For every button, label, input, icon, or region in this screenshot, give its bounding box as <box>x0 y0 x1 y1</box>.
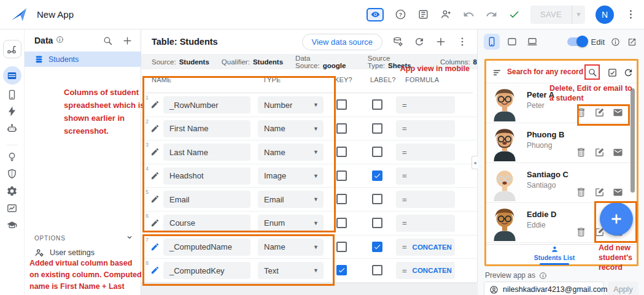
column-type-select[interactable]: Name▼ <box>258 144 324 161</box>
data-nav-icon[interactable] <box>3 66 21 85</box>
learn-icon[interactable] <box>3 216 21 234</box>
info-icon[interactable] <box>56 35 64 46</box>
chevron-down-icon[interactable] <box>126 234 133 242</box>
automation-bot-icon[interactable] <box>3 119 21 137</box>
edit-column-pencil-icon[interactable] <box>150 266 160 275</box>
column-name-field[interactable]: _RowNumber <box>163 96 250 113</box>
actions-icon[interactable] <box>3 102 21 120</box>
sidebar-item-students-table[interactable]: Students <box>25 52 141 67</box>
formula-field[interactable]: = <box>396 167 455 185</box>
key-checkbox[interactable] <box>336 194 347 204</box>
add-record-fab[interactable] <box>600 202 633 236</box>
preview-user-email-field[interactable]: nileshkadivar4213@gmail.com <box>484 282 604 295</box>
whats-new-icon[interactable] <box>417 9 429 21</box>
apply-button[interactable]: Apply <box>608 282 638 295</box>
search-tables-icon[interactable] <box>101 34 114 47</box>
app-search-icon[interactable] <box>586 66 599 79</box>
label-checkbox[interactable] <box>372 147 382 157</box>
table-overflow-menu-icon[interactable] <box>456 36 468 48</box>
edit-column-pencil-icon[interactable] <box>150 147 160 157</box>
manage-deploy-icon[interactable] <box>3 199 21 217</box>
column-type-select[interactable]: Name▼ <box>258 120 324 137</box>
column-name-field[interactable]: Headshot <box>163 167 250 185</box>
formula-field[interactable]: = <box>396 191 455 208</box>
edit-column-pencil-icon[interactable] <box>150 242 160 252</box>
data-source-settings-icon[interactable] <box>392 36 404 48</box>
column-name-field[interactable]: First Name <box>163 120 250 137</box>
app-multiselect-icon[interactable] <box>606 66 618 79</box>
edit-record-icon[interactable] <box>594 187 605 197</box>
undo-icon[interactable] <box>462 9 475 21</box>
formula-field[interactable]: =CONCATEN <box>396 262 455 279</box>
column-type-select[interactable]: Name▼ <box>258 239 324 256</box>
label-checkbox[interactable] <box>372 194 382 204</box>
user-avatar[interactable]: N <box>596 6 614 24</box>
email-record-icon[interactable] <box>613 187 623 197</box>
delete-record-icon[interactable] <box>576 107 586 118</box>
preview-info-icon[interactable] <box>539 272 547 280</box>
app-views-icon[interactable] <box>3 85 21 104</box>
key-checkbox[interactable] <box>336 218 347 228</box>
edit-column-pencil-icon[interactable] <box>150 100 160 110</box>
regenerate-refresh-icon[interactable] <box>413 36 425 48</box>
get-started-icon[interactable] <box>3 40 21 58</box>
formula-field[interactable]: =CONCATEN <box>396 239 455 256</box>
security-shield-icon[interactable] <box>3 164 21 183</box>
formula-field[interactable]: = <box>396 144 455 161</box>
label-checkbox[interactable] <box>372 99 382 110</box>
label-checkbox[interactable] <box>372 242 382 252</box>
column-type-select[interactable]: Text▼ <box>258 262 324 279</box>
email-record-icon[interactable] <box>613 107 623 118</box>
save-button[interactable]: SAVE <box>530 6 572 24</box>
table-bottom-scroll-area[interactable] <box>141 283 478 295</box>
list-scrollbar[interactable] <box>630 88 635 193</box>
edit-column-pencil-icon[interactable] <box>150 171 160 181</box>
options-section-header[interactable]: OPTIONS <box>25 232 141 244</box>
share-add-user-icon[interactable] <box>440 9 452 21</box>
edit-column-pencil-icon[interactable] <box>150 124 160 134</box>
student-list-item[interactable]: Santiago CSantiago <box>486 163 637 203</box>
help-icon[interactable]: ? <box>394 9 406 21</box>
label-checkbox[interactable] <box>372 265 382 275</box>
tablet-device-icon[interactable] <box>504 34 520 50</box>
open-in-new-icon[interactable] <box>626 36 638 48</box>
add-table-icon[interactable] <box>121 34 133 47</box>
key-checkbox[interactable] <box>336 242 347 252</box>
mobile-device-icon[interactable] <box>484 34 500 50</box>
column-name-field[interactable]: _ComputedKey <box>163 262 250 279</box>
tab-students-list[interactable]: Students List <box>527 245 582 265</box>
column-name-field[interactable]: _ComputedName <box>163 239 250 256</box>
column-name-field[interactable]: Course <box>163 215 250 232</box>
edit-column-pencil-icon[interactable] <box>150 194 160 204</box>
overflow-menu-icon[interactable] <box>624 9 637 21</box>
column-name-field[interactable]: Last Name <box>163 144 250 161</box>
key-checkbox[interactable] <box>336 265 347 275</box>
view-data-source-button[interactable]: View data source <box>302 34 383 50</box>
edit-info-icon[interactable] <box>609 36 621 48</box>
redo-icon[interactable] <box>485 9 497 21</box>
label-checkbox[interactable] <box>372 218 382 228</box>
edit-record-icon[interactable] <box>594 147 605 158</box>
key-checkbox[interactable] <box>336 123 347 134</box>
edit-record-icon[interactable] <box>594 107 605 118</box>
app-sync-icon[interactable] <box>622 66 634 79</box>
formula-field[interactable]: = <box>396 120 455 137</box>
edit-column-pencil-icon[interactable] <box>150 218 160 228</box>
settings-gear-icon[interactable] <box>3 182 21 200</box>
delete-record-icon[interactable] <box>576 147 586 158</box>
column-name-field[interactable]: Email <box>163 191 250 208</box>
column-type-select[interactable]: Image▼ <box>258 167 324 185</box>
save-dropdown-caret[interactable]: ▼ <box>572 6 585 24</box>
intelligence-icon[interactable] <box>3 147 21 166</box>
panel-collapse-handle[interactable]: ◄ <box>471 156 478 169</box>
column-type-select[interactable]: Number▼ <box>258 96 324 113</box>
email-record-icon[interactable] <box>613 147 623 158</box>
formula-field[interactable]: = <box>396 215 455 232</box>
edit-mode-toggle[interactable] <box>567 37 587 46</box>
column-type-select[interactable]: Email▼ <box>258 191 324 208</box>
desktop-device-icon[interactable] <box>524 34 540 50</box>
key-checkbox[interactable] <box>336 147 347 157</box>
column-type-select[interactable]: Enum▼ <box>258 215 324 232</box>
key-checkbox[interactable] <box>336 170 347 181</box>
label-checkbox[interactable] <box>372 170 382 181</box>
